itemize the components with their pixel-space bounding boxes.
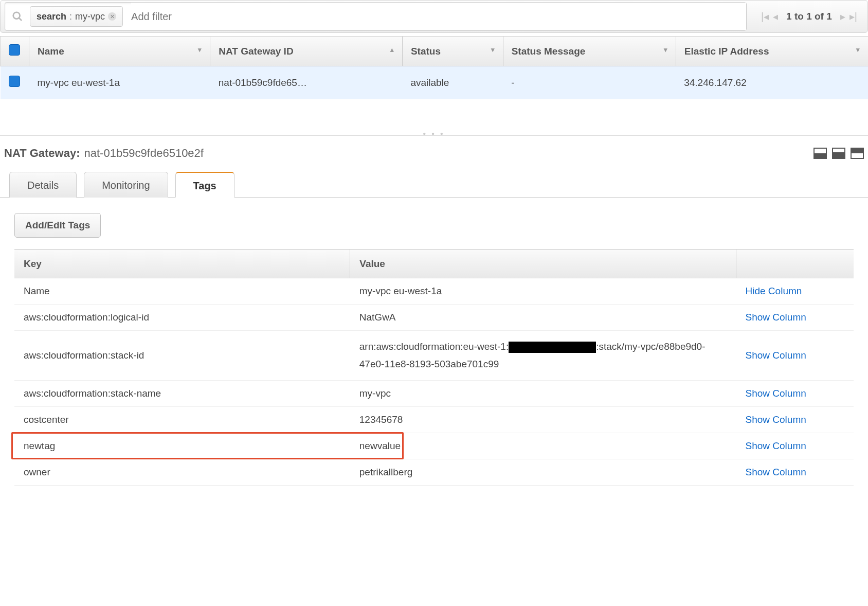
tags-col-key[interactable]: Key	[14, 249, 350, 278]
sort-asc-icon: ▴	[390, 46, 394, 54]
layout-buttons	[813, 148, 864, 159]
tags-row: aws:cloudformation:stack-namemy-vpcShow …	[14, 381, 854, 407]
first-page-icon[interactable]: |◂	[761, 10, 769, 23]
tab-details[interactable]: Details	[9, 172, 77, 198]
redacted-block	[509, 342, 596, 353]
search-icon	[5, 11, 30, 22]
tags-row: aws:cloudformation:logical-idNatGwAShow …	[14, 305, 854, 331]
show-column-link[interactable]: Show Column	[746, 440, 806, 451]
add-filter-input[interactable]	[131, 3, 746, 30]
tag-action: Show Column	[736, 459, 854, 486]
last-page-icon[interactable]: ▸|	[849, 10, 857, 23]
details-title-label: NAT Gateway:	[4, 147, 80, 160]
tag-value: newvalue	[350, 433, 736, 459]
show-column-link[interactable]: Show Column	[746, 312, 806, 323]
close-icon[interactable]: ✕	[108, 12, 116, 21]
tag-value: petrikallberg	[350, 459, 736, 486]
tags-row: newtagnewvalueShow Column	[14, 433, 854, 459]
filter-bar: search : my-vpc ✕ |◂ ◂ 1 to 1 of 1 ▸ ▸|	[0, 0, 868, 33]
sort-icon: ▾	[198, 46, 202, 54]
tag-action: Show Column	[736, 331, 854, 381]
show-column-link[interactable]: Show Column	[746, 388, 806, 399]
tag-key: newtag	[14, 433, 350, 459]
layout-top-icon[interactable]	[851, 148, 864, 159]
sort-icon: ▾	[491, 46, 495, 54]
pane-splitter[interactable]: ● ● ●	[0, 135, 868, 137]
tags-table: Key Value Namemy-vpc eu-west-1aHide Colu…	[14, 249, 854, 486]
cell-status: available	[402, 66, 503, 99]
filter-tag[interactable]: search : my-vpc ✕	[30, 6, 123, 27]
tag-value: 12345678	[350, 407, 736, 433]
filter-tag-value: my-vpc	[75, 11, 105, 22]
show-column-link[interactable]: Show Column	[746, 350, 806, 361]
tab-monitoring[interactable]: Monitoring	[84, 172, 168, 198]
sort-icon: ▾	[664, 46, 667, 54]
hide-column-link[interactable]: Hide Column	[746, 286, 802, 296]
tag-action: Show Column	[736, 381, 854, 407]
tag-key: aws:cloudformation:stack-id	[14, 331, 350, 381]
search-box[interactable]: search : my-vpc ✕	[5, 2, 747, 31]
show-column-link[interactable]: Show Column	[746, 467, 806, 477]
tags-panel: Add/Edit Tags Key Value Namemy-vpc eu-we…	[0, 198, 868, 501]
filter-tag-key: search	[37, 11, 66, 22]
table-header-row: Name▾ NAT Gateway ID▴ Status▾ Status Mes…	[1, 37, 869, 66]
svg-line-1	[19, 18, 22, 21]
col-eip[interactable]: Elastic IP Address▾	[676, 37, 868, 66]
details-title-id: nat-01b59c9fde6510e2f	[84, 147, 204, 160]
tags-row: costcenter12345678Show Column	[14, 407, 854, 433]
tag-action: Show Column	[736, 433, 854, 459]
tags-col-value[interactable]: Value	[350, 249, 736, 278]
col-status-msg[interactable]: Status Message▾	[503, 37, 676, 66]
col-status[interactable]: Status▾	[402, 37, 503, 66]
cell-name: my-vpc eu-west-1a	[29, 66, 210, 99]
nat-gateway-table: Name▾ NAT Gateway ID▴ Status▾ Status Mes…	[0, 36, 868, 99]
checkbox-icon[interactable]	[9, 44, 20, 56]
tag-key: Name	[14, 278, 350, 305]
tag-key: owner	[14, 459, 350, 486]
tags-row: Namemy-vpc eu-west-1aHide Column	[14, 278, 854, 305]
tags-row: ownerpetrikallbergShow Column	[14, 459, 854, 486]
tag-value: arn:aws:cloudformation:eu-west-1::stack/…	[350, 331, 736, 381]
row-checkbox-cell[interactable]	[1, 66, 29, 99]
tag-action: Hide Column	[736, 278, 854, 305]
pager: |◂ ◂ 1 to 1 of 1 ▸ ▸|	[751, 10, 867, 23]
tag-action: Show Column	[736, 305, 854, 331]
tags-row: aws:cloudformation:stack-idarn:aws:cloud…	[14, 331, 854, 381]
layout-split-icon[interactable]	[832, 148, 845, 159]
tag-key: aws:cloudformation:stack-name	[14, 381, 350, 407]
checkbox-icon[interactable]	[9, 76, 20, 87]
pager-label: 1 to 1 of 1	[782, 11, 836, 22]
tag-value: my-vpc eu-west-1a	[350, 278, 736, 305]
cell-status-msg: -	[503, 66, 676, 99]
cell-id: nat-01b59c9fde65…	[210, 66, 403, 99]
drag-handle-icon[interactable]: ● ● ●	[423, 131, 445, 136]
prev-page-icon[interactable]: ◂	[773, 10, 778, 23]
select-all-cell[interactable]	[1, 37, 29, 66]
tags-col-action	[736, 249, 854, 278]
details-tabs: Details Monitoring Tags	[0, 171, 868, 198]
tag-key: costcenter	[14, 407, 350, 433]
show-column-link[interactable]: Show Column	[746, 414, 806, 425]
table-row[interactable]: my-vpc eu-west-1a nat-01b59c9fde65… avai…	[1, 66, 869, 99]
sort-icon: ▾	[856, 46, 860, 54]
col-id[interactable]: NAT Gateway ID▴	[210, 37, 403, 66]
col-name[interactable]: Name▾	[29, 37, 210, 66]
layout-bottom-icon[interactable]	[813, 148, 827, 159]
tag-value: NatGwA	[350, 305, 736, 331]
tab-tags[interactable]: Tags	[175, 172, 234, 198]
tags-table-header: Key Value	[14, 249, 854, 278]
add-edit-tags-button[interactable]: Add/Edit Tags	[14, 213, 101, 238]
cell-eip[interactable]: 34.246.147.62	[676, 66, 868, 99]
next-page-icon[interactable]: ▸	[840, 10, 845, 23]
tag-key: aws:cloudformation:logical-id	[14, 305, 350, 331]
details-header: NAT Gateway: nat-01b59c9fde6510e2f	[0, 137, 868, 171]
tag-action: Show Column	[736, 407, 854, 433]
tag-value: my-vpc	[350, 381, 736, 407]
